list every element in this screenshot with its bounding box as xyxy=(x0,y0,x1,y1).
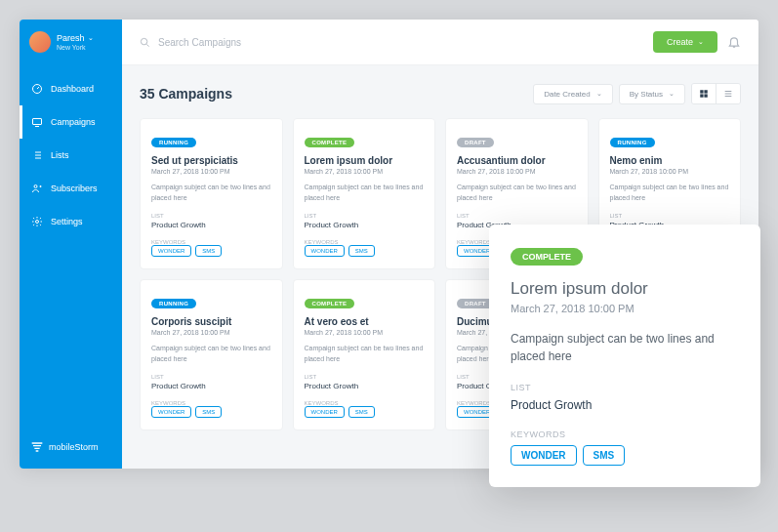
status-badge: RUNNING xyxy=(151,138,196,147)
list-value: Product Growth xyxy=(305,382,425,390)
detail-list-value: Product Growth xyxy=(511,398,739,412)
profile[interactable]: Paresh ⌄ New York xyxy=(20,20,122,64)
nav-label: Subscribers xyxy=(51,184,98,193)
chevron-down-icon: ⌄ xyxy=(596,90,602,98)
detail-description: Campaign subject can be two lines and pl… xyxy=(511,330,739,365)
campaign-card[interactable]: COMPLETELorem ipsum dolorMarch 27, 2018 … xyxy=(293,118,436,269)
list-label: LIST xyxy=(305,213,425,219)
view-toggle xyxy=(691,83,741,104)
nav-label: Settings xyxy=(51,217,83,226)
nav-label: Campaigns xyxy=(51,117,96,127)
sidebar: Paresh ⌄ New York Dashboard Campaigns Li… xyxy=(20,20,122,469)
list-view-button[interactable] xyxy=(717,84,740,103)
keyword-tag[interactable]: WONDER xyxy=(151,245,191,257)
card-description: Campaign subject can be two lines and pl… xyxy=(151,344,271,364)
tags-row: WONDERSMS xyxy=(151,406,271,418)
keyword-tag[interactable]: SMS xyxy=(195,245,222,257)
keyword-tag[interactable]: SMS xyxy=(195,406,222,418)
filters: Date Created⌄ By Status⌄ xyxy=(533,83,741,104)
card-date: March 27, 2018 10:00 PM xyxy=(610,168,730,175)
list-label: LIST xyxy=(305,374,425,380)
tornado-icon xyxy=(29,439,45,455)
gear-icon xyxy=(31,216,43,227)
svg-rect-6 xyxy=(704,90,707,93)
filter-date[interactable]: Date Created⌄ xyxy=(533,84,613,104)
card-date: March 27, 2018 10:00 PM xyxy=(151,168,271,175)
nav-campaigns[interactable]: Campaigns xyxy=(20,105,122,139)
card-date: March 27, 2018 10:00 PM xyxy=(457,168,577,175)
bell-icon[interactable] xyxy=(727,35,741,49)
users-icon xyxy=(31,183,43,194)
search-input[interactable]: Search Campaigns xyxy=(140,37,643,48)
keyword-tag[interactable]: SMS xyxy=(348,406,375,418)
campaign-card[interactable]: RUNNINGSed ut perspiciatisMarch 27, 2018… xyxy=(140,118,283,269)
filter-date-label: Date Created xyxy=(544,90,591,99)
page-title: 35 Campaigns xyxy=(140,86,232,102)
card-description: Campaign subject can be two lines and pl… xyxy=(305,183,425,203)
card-date: March 27, 2018 10:00 PM xyxy=(305,329,425,336)
create-button[interactable]: Create ⌄ xyxy=(653,31,717,53)
create-label: Create xyxy=(667,37,693,47)
campaign-card[interactable]: COMPLETEAt vero eos etMarch 27, 2018 10:… xyxy=(293,279,436,430)
keyword-tag[interactable]: WONDER xyxy=(305,245,345,257)
filter-status[interactable]: By Status⌄ xyxy=(619,84,685,104)
brand: mobileStorm xyxy=(20,426,122,469)
card-date: March 27, 2018 10:00 PM xyxy=(151,329,271,336)
campaign-card[interactable]: RUNNINGCorporis suscipitMarch 27, 2018 1… xyxy=(140,279,283,430)
card-description: Campaign subject can be two lines and pl… xyxy=(457,183,577,203)
search-icon xyxy=(140,37,150,48)
card-title: Lorem ipsum dolor xyxy=(305,155,425,166)
card-description: Campaign subject can be two lines and pl… xyxy=(151,183,271,203)
detail-date: March 27, 2018 10:00 PM xyxy=(511,303,739,314)
detail-title: Lorem ipsum dolor xyxy=(511,279,739,299)
list-value: Product Growth xyxy=(151,221,271,229)
chevron-down-icon: ⌄ xyxy=(669,90,675,98)
gauge-icon xyxy=(31,83,43,95)
monitor-icon xyxy=(31,116,43,128)
keyword-tag[interactable]: SMS xyxy=(583,445,626,466)
tags-row: WONDERSMS xyxy=(305,406,425,418)
keyword-tag[interactable]: WONDER xyxy=(305,406,345,418)
status-badge: DRAFT xyxy=(457,138,494,147)
card-title: At vero eos et xyxy=(305,316,425,327)
tags-row: WONDERSMS xyxy=(305,245,425,257)
card-date: March 27, 2018 10:00 PM xyxy=(305,168,425,175)
svg-point-2 xyxy=(34,185,37,188)
card-title: Corporis suscipit xyxy=(151,316,271,327)
profile-info: Paresh ⌄ New York xyxy=(57,33,94,51)
grid-view-button[interactable] xyxy=(692,84,717,103)
brand-text: mobileStorm xyxy=(49,442,99,452)
keyword-tag[interactable]: WONDER xyxy=(151,406,191,418)
search-placeholder: Search Campaigns xyxy=(158,37,241,48)
nav-lists[interactable]: Lists xyxy=(20,139,122,172)
detail-list-label: LIST xyxy=(511,383,739,392)
detail-keywords-label: KEYWORDS xyxy=(511,430,739,439)
svg-rect-7 xyxy=(700,94,703,97)
chevron-down-icon: ⌄ xyxy=(88,34,94,42)
card-title: Sed ut perspiciatis xyxy=(151,155,271,166)
status-badge: COMPLETE xyxy=(305,138,355,147)
list-label: LIST xyxy=(457,213,577,219)
nav-label: Lists xyxy=(51,150,69,160)
nav-dashboard[interactable]: Dashboard xyxy=(20,72,122,105)
nav-subscribers[interactable]: Subscribers xyxy=(20,172,122,205)
status-badge: RUNNING xyxy=(151,299,196,308)
nav-settings[interactable]: Settings xyxy=(20,205,122,238)
card-description: Campaign subject can be two lines and pl… xyxy=(610,183,730,203)
list-label: LIST xyxy=(151,374,271,380)
list-label: LIST xyxy=(151,213,271,219)
card-title: Nemo enim xyxy=(610,155,730,166)
detail-panel: COMPLETE Lorem ipsum dolor March 27, 201… xyxy=(489,225,760,487)
detail-status-badge: COMPLETE xyxy=(511,248,583,266)
tags-row: WONDERSMS xyxy=(151,245,271,257)
list-icon xyxy=(31,149,43,161)
nav-label: Dashboard xyxy=(51,84,94,94)
chevron-down-icon: ⌄ xyxy=(698,38,704,46)
svg-point-3 xyxy=(36,221,39,224)
card-title: Accusantium dolor xyxy=(457,155,577,166)
profile-name: Paresh ⌄ xyxy=(57,33,94,43)
keyword-tag[interactable]: WONDER xyxy=(511,445,577,466)
svg-rect-1 xyxy=(33,119,42,125)
keyword-tag[interactable]: SMS xyxy=(348,245,375,257)
list-value: Product Growth xyxy=(305,221,425,229)
